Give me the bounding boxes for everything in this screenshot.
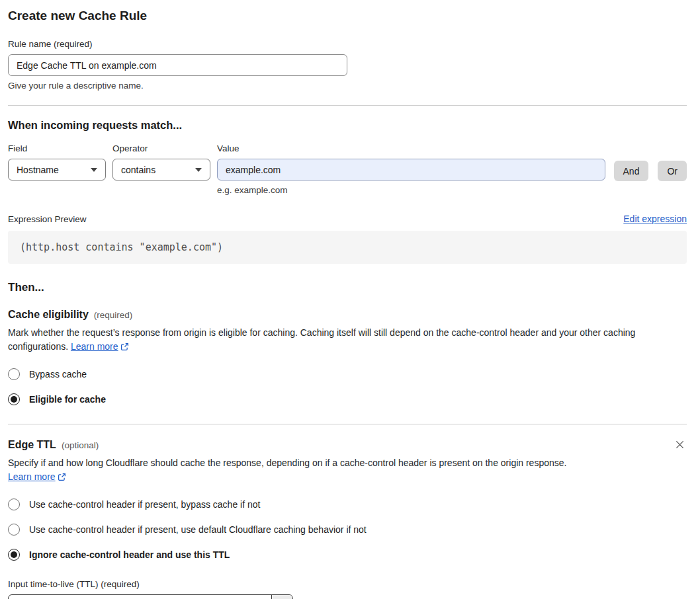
radio-bypass-cache[interactable]: Bypass cache	[8, 368, 687, 380]
radio-label: Eligible for cache	[29, 394, 106, 405]
or-button[interactable]: Or	[658, 161, 687, 181]
ttl-select-value: 1 day	[9, 595, 271, 599]
radio-label: Ignore cache-control header and use this…	[29, 549, 230, 560]
edge-ttl-heading: Edge TTL (optional)	[8, 439, 687, 451]
section-divider	[8, 424, 687, 424]
edge-ttl-title: Edge TTL	[8, 439, 56, 451]
value-label: Value	[217, 143, 605, 153]
field-select-value: Hostname	[17, 165, 59, 175]
radio-label: Bypass cache	[29, 369, 87, 379]
edit-expression-link[interactable]: Edit expression	[623, 214, 687, 224]
radio-use-header-default[interactable]: Use cache-control header if present, use…	[8, 524, 687, 536]
external-link-icon	[120, 342, 129, 353]
expression-preview-code: (http.host contains "example.com")	[8, 231, 687, 264]
rule-name-input[interactable]	[8, 54, 347, 76]
cache-eligibility-title: Cache eligibility	[8, 309, 89, 321]
radio-label: Use cache-control header if present, use…	[29, 524, 367, 535]
radio-circle-selected-icon[interactable]	[8, 393, 20, 405]
radio-use-header-bypass[interactable]: Use cache-control header if present, byp…	[8, 499, 687, 510]
create-cache-rule-form: Create new Cache Rule Rule name (require…	[0, 0, 700, 599]
cache-eligibility-description: Mark whether the request’s response from…	[8, 326, 687, 355]
rule-name-helper: Give your rule a descriptive name.	[8, 81, 687, 91]
operator-select-value: contains	[121, 165, 155, 175]
page-title: Create new Cache Rule	[8, 9, 687, 23]
radio-ignore-header-use-ttl[interactable]: Ignore cache-control header and use this…	[8, 549, 687, 561]
section-divider	[8, 105, 687, 106]
operator-label: Operator	[112, 143, 210, 153]
radio-eligible-for-cache[interactable]: Eligible for cache	[8, 393, 687, 405]
field-column: Field Hostname	[8, 143, 106, 195]
expression-preview-label: Expression Preview	[8, 214, 87, 224]
learn-more-label: Learn more	[71, 341, 118, 352]
operator-column: Operator contains	[112, 143, 210, 195]
match-heading: When incoming requests match...	[8, 119, 687, 132]
cache-eligibility-learn-more-link[interactable]: Learn more	[71, 341, 118, 352]
field-label: Field	[8, 143, 106, 153]
field-select[interactable]: Hostname	[8, 159, 106, 180]
value-input[interactable]	[217, 159, 605, 180]
value-column: Value e.g. example.com	[217, 143, 605, 195]
rule-name-group: Rule name (required) Give your rule a de…	[8, 39, 687, 91]
radio-circle-icon[interactable]	[8, 368, 20, 380]
ttl-select[interactable]: 1 day	[8, 594, 293, 599]
ttl-label: Input time-to-live (TTL) (required)	[8, 579, 687, 589]
cache-eligibility-heading: Cache eligibility (required)	[8, 309, 687, 321]
edge-ttl-description-text: Specify if and how long Cloudflare shoul…	[8, 458, 566, 468]
value-helper: e.g. example.com	[217, 185, 605, 195]
edge-ttl-qualifier: (optional)	[62, 440, 99, 450]
chevron-down-icon	[91, 168, 97, 172]
edge-ttl-learn-more-link[interactable]: Learn more	[8, 471, 56, 482]
then-heading: Then...	[8, 281, 687, 294]
close-icon[interactable]	[674, 439, 685, 450]
radio-label: Use cache-control header if present, byp…	[29, 499, 260, 510]
expression-preview-header: Expression Preview Edit expression	[8, 214, 687, 224]
learn-more-label: Learn more	[8, 471, 56, 482]
ttl-select-arrow-button[interactable]	[271, 595, 292, 599]
operator-select[interactable]: contains	[112, 159, 210, 180]
external-link-icon	[58, 473, 66, 483]
and-button[interactable]: And	[614, 161, 649, 181]
expression-builder-row: Field Hostname Operator contains Value e…	[8, 143, 687, 195]
radio-circle-icon[interactable]	[8, 499, 20, 510]
edge-ttl-description: Specify if and how long Cloudflare shoul…	[8, 456, 567, 485]
rule-name-label: Rule name (required)	[8, 39, 687, 49]
radio-circle-selected-icon[interactable]	[8, 549, 20, 561]
radio-circle-icon[interactable]	[8, 524, 20, 536]
ttl-group: Input time-to-live (TTL) (required) 1 da…	[8, 579, 687, 599]
cache-eligibility-qualifier: (required)	[94, 310, 133, 320]
chevron-down-icon	[195, 168, 202, 172]
